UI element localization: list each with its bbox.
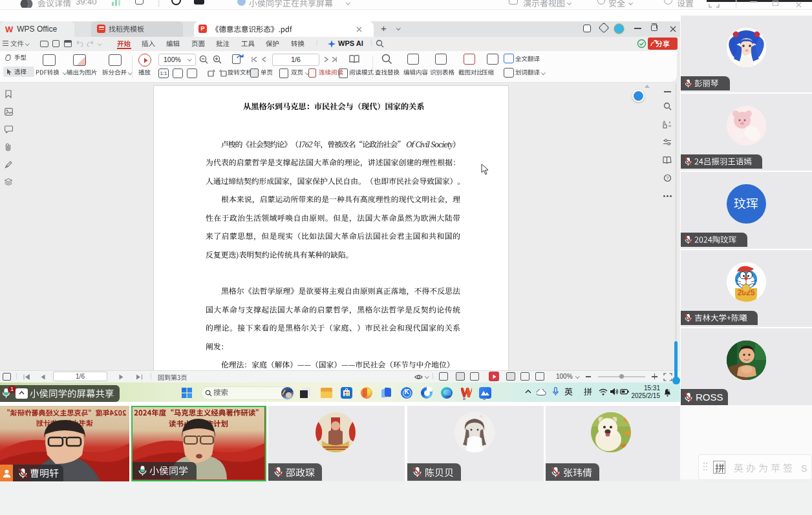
svg-text:A: A [663,120,666,125]
svg-text:z: z [668,388,670,392]
svg-text:?: ? [666,176,668,180]
